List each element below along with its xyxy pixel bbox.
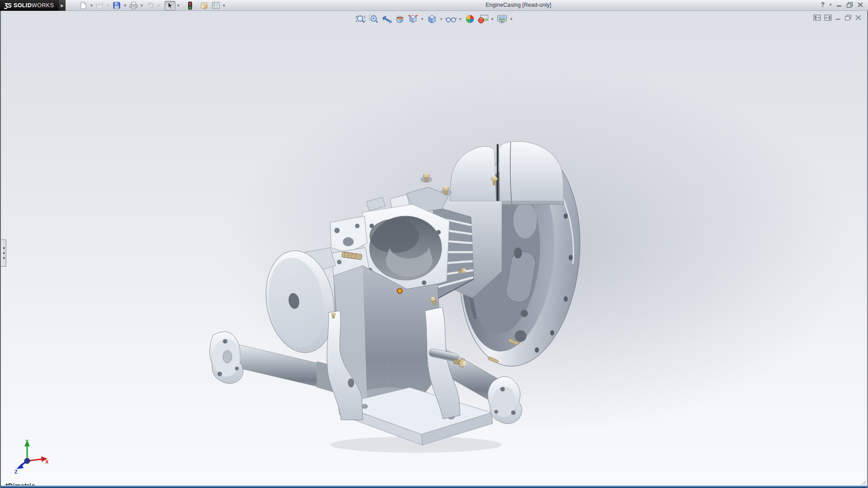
- hide-show-items-icon: [445, 14, 457, 24]
- triad-x-label: X: [45, 459, 49, 465]
- minimize-button[interactable]: [836, 2, 842, 7]
- main-toolbar: ▼ ▼ ▼ ▼ ▼ ▼: [78, 0, 226, 10]
- previous-view-button[interactable]: [381, 14, 393, 24]
- solidworks-logo: ƷS SOLIDWORKS: [0, 0, 59, 11]
- doc-close-button[interactable]: [855, 14, 862, 21]
- flyout-arrow-icon: ▶: [61, 4, 63, 8]
- solidworks-window: ƷS SOLIDWORKS ▶ ▼ ▼ ▼ ▼ ▼ ▼: [0, 0, 868, 488]
- heads-up-view-toolbar: ▼ ▼ ▼ ▼ ▼: [354, 14, 514, 24]
- view-settings-dropdown[interactable]: ▼: [509, 14, 514, 24]
- save-button[interactable]: [111, 1, 122, 10]
- document-window-controls: [813, 14, 862, 21]
- new-document-icon: [79, 1, 87, 9]
- undo-dropdown[interactable]: ▼: [156, 1, 161, 10]
- section-view-button[interactable]: [394, 14, 406, 24]
- triad-y-label: Y: [25, 439, 29, 444]
- view-settings-button[interactable]: [496, 14, 508, 24]
- display-style-icon: [426, 14, 437, 24]
- section-view-icon: [394, 14, 405, 24]
- open-dropdown[interactable]: ▼: [106, 1, 111, 10]
- feature-manager-collapsed-tab[interactable]: [1, 239, 6, 267]
- help-dropdown[interactable]: ▼: [829, 3, 832, 7]
- print-icon: [129, 1, 138, 9]
- new-document-dropdown[interactable]: ▼: [89, 1, 94, 10]
- save-icon: [113, 1, 121, 9]
- left-shaft-flange: [209, 332, 243, 384]
- previous-view-icon: [381, 14, 392, 24]
- file-properties-button[interactable]: [199, 1, 210, 10]
- print-dropdown[interactable]: ▼: [139, 1, 144, 10]
- menu-flyout-arrow[interactable]: ▶: [59, 0, 66, 11]
- document-title: EngineCasing [Read-only]: [486, 2, 551, 8]
- title-bar: ƷS SOLIDWORKS ▶ ▼ ▼ ▼ ▼ ▼ ▼: [0, 0, 868, 11]
- display-style-button[interactable]: [426, 14, 438, 24]
- triad-z-label: Z: [14, 469, 18, 474]
- collapse-arrow-icon: [3, 257, 5, 259]
- restore-button[interactable]: [846, 2, 853, 8]
- edit-appearance-button[interactable]: [464, 14, 476, 24]
- zoom-to-fit-button[interactable]: [354, 14, 367, 24]
- window-bottom-border: [1, 485, 867, 488]
- collapse-arrow-icon: [3, 252, 5, 254]
- undo-icon: [146, 1, 155, 9]
- rebuild-traffic-light-icon: [188, 1, 193, 10]
- engine-casing-model[interactable]: [1, 11, 867, 488]
- hide-show-items-button[interactable]: [445, 14, 457, 24]
- brand-text-bold: SOLID: [14, 2, 32, 9]
- open-button[interactable]: [94, 1, 105, 10]
- zoom-to-area-button[interactable]: [368, 14, 380, 24]
- resize-grip[interactable]: [861, 480, 866, 485]
- select-cursor-icon: [167, 2, 174, 9]
- collapse-arrow-icon: [3, 247, 5, 249]
- undo-button[interactable]: [145, 1, 156, 10]
- close-button[interactable]: [857, 2, 863, 8]
- print-button[interactable]: [128, 1, 139, 10]
- select-dropdown[interactable]: ▼: [176, 1, 181, 10]
- edit-appearance-icon: [464, 14, 475, 24]
- options-dropdown[interactable]: ▼: [222, 1, 226, 10]
- display-style-dropdown[interactable]: ▼: [439, 14, 444, 24]
- zoom-to-area-icon: [368, 14, 379, 24]
- doc-restore-button[interactable]: [844, 14, 852, 21]
- right-shaft-flange: [488, 376, 522, 424]
- window-controls: ? ▼: [821, 1, 863, 8]
- rebuild-button[interactable]: [184, 1, 195, 10]
- apply-scene-button[interactable]: [477, 14, 489, 24]
- options-button[interactable]: [210, 1, 221, 10]
- split-pane-left-button[interactable]: [813, 14, 821, 21]
- apply-scene-dropdown[interactable]: ▼: [490, 14, 495, 24]
- open-icon: [95, 1, 104, 9]
- file-properties-icon: [200, 1, 209, 9]
- view-orientation-button[interactable]: [407, 14, 419, 24]
- new-document-button[interactable]: [78, 1, 89, 10]
- origin-marker[interactable]: [397, 288, 402, 293]
- view-orientation-icon: [407, 14, 418, 24]
- reference-triad: Y X Z: [11, 438, 49, 474]
- brand-text-light: WORKS: [32, 2, 54, 9]
- zoom-to-fit-icon: [355, 14, 366, 24]
- apply-scene-icon: [477, 14, 489, 24]
- hide-show-items-dropdown[interactable]: ▼: [458, 14, 463, 24]
- help-button[interactable]: ?: [821, 1, 825, 8]
- solidworks-logo-mark: ƷS: [4, 2, 11, 9]
- doc-minimize-button[interactable]: [835, 14, 841, 21]
- graphics-area[interactable]: ▼ ▼ ▼ ▼ ▼: [0, 11, 868, 488]
- view-orientation-dropdown[interactable]: ▼: [420, 14, 425, 24]
- select-button[interactable]: [165, 1, 175, 10]
- save-dropdown[interactable]: ▼: [123, 1, 127, 10]
- options-icon: [212, 1, 220, 9]
- split-pane-right-button[interactable]: [824, 14, 832, 21]
- view-settings-icon: [496, 14, 508, 24]
